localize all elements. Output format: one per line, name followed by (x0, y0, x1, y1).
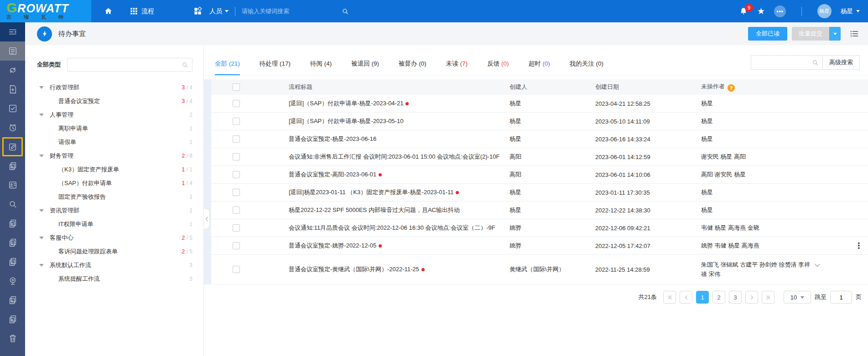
row-title-link[interactable]: [退回]杨星2023-01-11 （K3）固定资产报废单-杨星-2023-01-… (261, 188, 500, 196)
notifications-button[interactable]: 9 (739, 7, 748, 16)
tree-item[interactable]: 人事管理2 (37, 108, 192, 122)
expand-chevron-icon[interactable] (810, 261, 820, 268)
help-icon[interactable]: ? (728, 84, 735, 92)
process-menu[interactable]: 流程 (130, 7, 154, 15)
sidebar-item-documents[interactable] (0, 214, 25, 233)
sidebar-item-pending-clock[interactable] (0, 118, 25, 137)
read-all-button[interactable]: 全部已读 (748, 27, 787, 41)
tree-item[interactable]: （K3）固定资产报废单1 / 1 (37, 163, 192, 176)
page-size-select[interactable]: 10 (784, 291, 811, 304)
row-checkbox[interactable] (233, 118, 240, 125)
row-title-link[interactable]: 普通会议室预定-黄继武（国际\并网）-2022-11-25 (261, 265, 500, 273)
tab-待阅[interactable]: 待阅 (4) (310, 60, 332, 75)
row-checkbox[interactable] (233, 135, 240, 143)
row-checkbox[interactable] (233, 224, 240, 232)
row-checkbox[interactable] (233, 189, 240, 196)
batch-submit-button[interactable]: 批量提交 (792, 27, 829, 41)
list-search-input[interactable] (755, 59, 812, 66)
org-switch-button[interactable] (193, 7, 202, 15)
user-menu[interactable]: 杨星 (841, 7, 860, 15)
sidebar-item-documents-3[interactable] (0, 252, 25, 271)
sidebar-item-draft-edit[interactable] (2, 137, 23, 156)
collapse-triangle-icon[interactable] (39, 114, 44, 116)
tree-item[interactable]: 系统默认工作流3 (37, 258, 192, 272)
page-button-1[interactable]: 1 (696, 291, 709, 304)
tree-item[interactable]: 固定资产验收报告1 (37, 190, 192, 204)
row-checkbox[interactable] (233, 242, 240, 249)
sidebar-item-approved[interactable] (0, 99, 25, 118)
tree-item[interactable]: 客服中心2 / 5 (37, 231, 192, 245)
tab-待处理[interactable]: 待处理 (17) (260, 60, 291, 75)
collapse-triangle-icon[interactable] (39, 237, 44, 239)
column-header-creator[interactable]: 创建人 (500, 83, 587, 91)
row-title-link[interactable]: [退回]（SAP）付款申请单-杨星-2023-05-10 (261, 117, 500, 125)
tree-item[interactable]: IT权限申请单1 (37, 217, 192, 231)
sidebar-item-process-sync[interactable] (0, 61, 25, 80)
page-button-2[interactable]: 2 (712, 291, 725, 304)
tab-被督办[interactable]: 被督办 (0) (399, 60, 426, 75)
table-row[interactable]: [退回]杨星2023-01-11 （K3）固定资产报废单-杨星-2023-01-… (204, 184, 868, 201)
next-page-button[interactable] (745, 291, 758, 304)
sidebar-item-menu-collapse[interactable] (0, 22, 25, 41)
jump-to-input[interactable] (830, 291, 852, 304)
column-header-pending[interactable]: 未操作者? (692, 83, 850, 92)
sidebar-item-trash[interactable] (0, 329, 25, 348)
table-row[interactable]: [退回]（SAP）付款申请单-杨星-2023-04-21杨星2023-04-21… (204, 95, 868, 113)
collapse-triangle-icon[interactable] (39, 209, 44, 212)
tab-我的关注[interactable]: 我的关注 (0) (570, 60, 603, 75)
tree-item[interactable]: 行政管理部3 / 4 (37, 81, 192, 94)
row-checkbox[interactable] (233, 171, 240, 178)
tab-全部[interactable]: 全部 (21) (215, 60, 240, 75)
table-row[interactable]: 普通会议室预定-高阳-2023-06-01高阳2023-06-01 14:10:… (204, 166, 868, 184)
tab-被退回[interactable]: 被退回 (9) (351, 60, 379, 75)
tree-item[interactable]: （SAP）付款申请单1 / 4 (37, 176, 192, 190)
collapse-triangle-icon[interactable] (39, 155, 44, 157)
sidebar-item-monitor-cam[interactable] (0, 271, 25, 290)
more-options-icon[interactable]: ••• (774, 5, 786, 17)
row-title-link[interactable]: 会议通知:11月品质会议 会议时间:2022-12-06 16:30 会议地点:… (261, 224, 500, 232)
panel-collapse-handle[interactable] (204, 208, 210, 229)
search-icon[interactable] (342, 8, 349, 15)
search-icon[interactable] (812, 59, 819, 66)
sidebar-item-documents-4[interactable] (0, 290, 25, 310)
row-actions-menu-icon[interactable]: ⋮ (855, 242, 863, 249)
row-title-link[interactable]: 会议通知:非洲售后工作汇报 会议时间:2023-06-01 15:00 会议地点… (261, 153, 500, 161)
row-checkbox[interactable] (233, 206, 240, 214)
table-row[interactable]: [退回]（SAP）付款申请单-杨星-2023-05-10杨星2023-05-10… (204, 113, 868, 130)
advanced-search-button[interactable]: 高级搜索 (823, 55, 860, 70)
table-row[interactable]: 会议通知:11月品质会议 会议时间:2022-12-06 16:30 会议地点:… (204, 219, 868, 237)
row-title-link[interactable]: 普通会议室预定-高阳-2023-06-01 (261, 170, 500, 179)
tab-未读[interactable]: 未读 (7) (446, 60, 468, 75)
row-checkbox[interactable] (233, 153, 240, 160)
table-row[interactable]: 普通会议室预定-杨星-2023-06-16杨星2023-06-16 14:33:… (204, 130, 868, 148)
search-category-dropdown[interactable]: 人员 (209, 7, 229, 15)
prev-page-button[interactable] (680, 291, 692, 304)
select-all-checkbox[interactable] (233, 83, 240, 91)
tree-item[interactable]: 系统提醒工作流3 (37, 272, 192, 286)
list-view-toggle-icon[interactable] (850, 29, 859, 38)
favorites-star-icon[interactable]: ★ (757, 6, 765, 16)
sidebar-item-search[interactable] (0, 195, 25, 214)
page-button-3[interactable]: 3 (729, 291, 742, 304)
global-search-input[interactable] (242, 8, 324, 15)
sidebar-item-todo-list[interactable] (0, 41, 25, 61)
home-button[interactable] (104, 7, 113, 15)
table-row[interactable]: 会议通知:非洲售后工作汇报 会议时间:2023-06-01 15:00 会议地点… (204, 148, 868, 166)
collapse-triangle-icon[interactable] (39, 264, 44, 267)
table-row[interactable]: 普通会议室预定-黄继武（国际\并网）-2022-11-25黄继武（国际\并网）2… (204, 255, 868, 284)
tree-item[interactable]: 资讯管理部1 (37, 204, 192, 217)
tab-超时[interactable]: 超时 (0) (528, 60, 550, 75)
tab-反馈[interactable]: 反馈 (0) (487, 60, 509, 75)
row-title-link[interactable]: 普通会议室预定-姚骅-2022-12-05 (261, 242, 500, 250)
tree-item[interactable]: 离职申请单1 (37, 122, 192, 135)
tree-item[interactable]: 请假单1 (37, 135, 192, 149)
sidebar-item-copies[interactable] (0, 156, 25, 175)
sidebar-item-documents-2[interactable] (0, 233, 25, 252)
row-checkbox[interactable] (233, 266, 240, 273)
row-title-link[interactable]: 杨星2022-12-22 SPF 5000ES 内部噪音过大问题，且AC输出抖动 (261, 206, 500, 214)
column-header-title[interactable]: 流程标题 (261, 83, 500, 91)
avatar[interactable]: 杨星 (817, 4, 832, 18)
last-page-button[interactable] (762, 291, 774, 304)
sidebar-item-contacts-card[interactable] (0, 175, 25, 195)
row-checkbox[interactable] (233, 100, 240, 107)
